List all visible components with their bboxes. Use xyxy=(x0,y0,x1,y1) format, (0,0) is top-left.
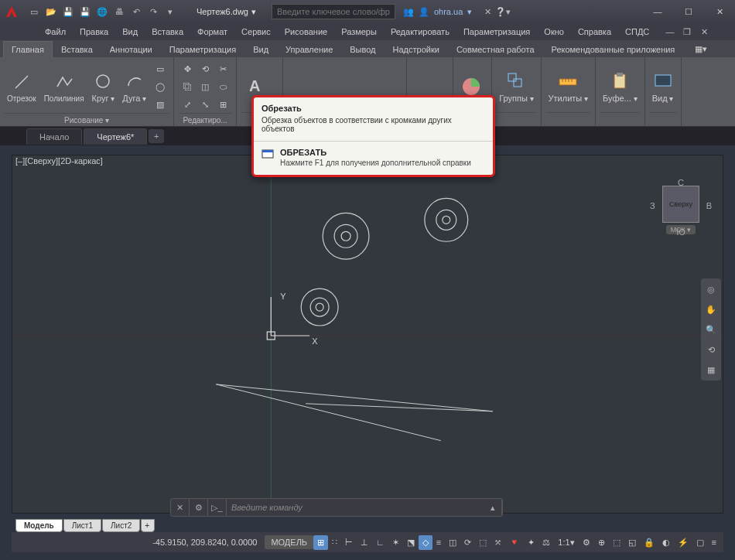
redo-icon[interactable]: ↷ xyxy=(145,4,161,19)
view-button[interactable]: Вид ▾ xyxy=(650,69,676,104)
view-cube[interactable]: С З В Сверху Ю МСК ▾ xyxy=(650,178,712,248)
status-filter-icon[interactable]: 🔻 xyxy=(505,535,524,550)
clipboard-button[interactable]: Буфе... ▾ xyxy=(600,69,639,104)
cmdline-input[interactable]: Введите команду xyxy=(227,503,484,512)
tab-view[interactable]: Вид xyxy=(244,41,277,57)
array-icon[interactable]: ⊞ xyxy=(214,96,231,113)
menu-spds[interactable]: СПДС xyxy=(619,26,655,38)
status-polar-icon[interactable]: ✶ xyxy=(388,535,403,550)
close-button[interactable]: ✕ xyxy=(704,0,735,23)
doctab-add-button[interactable]: + xyxy=(149,129,164,143)
status-3dosnap-icon[interactable]: ⬚ xyxy=(475,535,491,550)
rect-icon[interactable]: ▭ xyxy=(152,60,169,77)
nav-showmotion-icon[interactable]: ▦ xyxy=(703,362,719,377)
open-icon[interactable]: 📂 xyxy=(43,4,59,19)
status-dyn-icon[interactable]: ⊥ xyxy=(357,535,372,550)
status-hwaccel-icon[interactable]: ⚡ xyxy=(674,535,692,550)
maximize-button[interactable]: ☐ xyxy=(673,0,704,23)
menu-draw[interactable]: Рисование xyxy=(279,26,333,38)
layout-add-button[interactable]: + xyxy=(141,519,155,532)
tab-extra-icon[interactable]: ▦▾ xyxy=(686,40,716,57)
status-annomon-icon[interactable]: ⊕ xyxy=(594,535,609,550)
tab-parametric[interactable]: Параметризация xyxy=(161,41,244,57)
menu-modify[interactable]: Редактировать xyxy=(385,26,456,38)
status-ws-icon[interactable]: ⚙ xyxy=(579,535,594,550)
user-area[interactable]: 👥 👤 ohra.ua ▾ xyxy=(395,7,480,17)
nav-pan-icon[interactable]: ✋ xyxy=(703,302,719,317)
minimize-button[interactable]: — xyxy=(642,0,673,23)
trim-icon[interactable]: ✂ xyxy=(214,60,231,77)
menu-insert[interactable]: Вставка xyxy=(145,26,190,38)
ellipse-icon[interactable]: ◯ xyxy=(152,78,169,95)
coordinates[interactable]: -45.9150, 209.8240, 0.0000 xyxy=(145,538,265,547)
tab-home[interactable]: Главная xyxy=(3,41,53,57)
tab-featured[interactable]: Рекомендованные приложения xyxy=(543,41,684,57)
menu-format[interactable]: Формат xyxy=(191,26,234,38)
doc-close-button[interactable]: ✕ xyxy=(696,24,712,39)
copy-icon[interactable]: ⿻ xyxy=(179,78,196,95)
viewcube-south[interactable]: Ю xyxy=(676,227,685,237)
menu-edit[interactable]: Правка xyxy=(74,26,115,38)
menu-dims[interactable]: Размеры xyxy=(335,26,383,38)
menu-help[interactable]: Справка xyxy=(572,26,617,38)
utilities-button[interactable]: Утилиты ▾ xyxy=(546,69,590,104)
saveas-icon[interactable]: 💾 xyxy=(77,4,93,19)
menu-param[interactable]: Параметризация xyxy=(457,26,536,38)
search-input[interactable] xyxy=(272,4,395,19)
arc-button[interactable]: Дуга ▾ xyxy=(120,69,149,104)
status-grid-icon[interactable]: ⊞ xyxy=(313,535,328,550)
status-infer-icon[interactable]: ⊢ xyxy=(341,535,357,550)
menu-view[interactable]: Вид xyxy=(116,26,144,38)
groups-button[interactable]: Группы ▾ xyxy=(497,69,535,104)
mirror-icon[interactable]: ◫ xyxy=(197,78,214,95)
tab-manage[interactable]: Управление xyxy=(277,41,341,57)
tab-collab[interactable]: Совместная работа xyxy=(448,41,543,57)
viewport-label[interactable]: [–][Сверху][2D-каркас] xyxy=(15,156,103,166)
cmdline-close-icon[interactable]: ✕ xyxy=(171,499,190,516)
save-icon[interactable]: 💾 xyxy=(60,4,76,19)
status-lock-icon[interactable]: 🔒 xyxy=(640,535,658,550)
doctab-start[interactable]: Начало xyxy=(26,128,82,145)
status-clean-icon[interactable]: ▢ xyxy=(692,535,708,550)
menu-service[interactable]: Сервис xyxy=(235,26,277,38)
status-isolate-icon[interactable]: ◐ xyxy=(658,535,674,550)
menu-window[interactable]: Окно xyxy=(538,26,570,38)
command-line[interactable]: ✕ ⚙ ▷_ Введите команду ▴ xyxy=(170,498,503,517)
scale-icon[interactable]: ⤡ xyxy=(197,96,214,113)
viewcube-north[interactable]: С xyxy=(678,178,684,187)
doc-restore-button[interactable]: ❐ xyxy=(679,24,695,39)
doctab-current[interactable]: Чертеж6* xyxy=(84,128,147,145)
stretch-icon[interactable]: ⤢ xyxy=(179,96,196,113)
status-custom-icon[interactable]: ≡ xyxy=(708,535,720,549)
status-cycling-icon[interactable]: ⟳ xyxy=(460,535,475,550)
status-lwt-icon[interactable]: ≡ xyxy=(432,535,445,549)
status-transparency-icon[interactable]: ◫ xyxy=(445,535,460,550)
layout-sheet1[interactable]: Лист1 xyxy=(63,519,101,532)
move-icon[interactable]: ✥ xyxy=(179,60,196,77)
status-scale[interactable]: 1:1 ▾ xyxy=(554,535,578,550)
new-icon[interactable]: ▭ xyxy=(26,4,42,19)
panel-draw-title[interactable]: Рисование ▾ xyxy=(5,113,169,127)
nav-orbit-icon[interactable]: ⟲ xyxy=(703,342,719,357)
status-dynucs-icon[interactable]: ⤱ xyxy=(491,535,505,550)
tab-annotate[interactable]: Аннотации xyxy=(101,41,161,57)
layout-sheet2[interactable]: Лист2 xyxy=(102,519,140,532)
status-snap-icon[interactable]: ∷ xyxy=(328,535,341,550)
status-osnap-icon[interactable]: ◇ xyxy=(419,535,432,550)
panel-modify-title[interactable]: Редактиро... xyxy=(179,113,231,127)
help-dropdown-icon[interactable]: ❔▾ xyxy=(495,4,511,19)
circle-button[interactable]: Круг ▾ xyxy=(90,69,118,104)
tab-addins[interactable]: Надстройки xyxy=(385,41,448,57)
drawing-canvas[interactable]: Y X xyxy=(12,155,723,514)
undo-icon[interactable]: ↶ xyxy=(128,4,144,19)
line-button[interactable]: Отрезок xyxy=(5,70,39,104)
layout-model[interactable]: Модель xyxy=(15,519,63,532)
status-iso-icon[interactable]: ⬔ xyxy=(403,535,419,550)
rotate-icon[interactable]: ⟲ xyxy=(197,60,214,77)
status-ortho-icon[interactable]: ∟ xyxy=(372,535,388,549)
doc-dropdown-icon[interactable]: ▾ xyxy=(251,7,256,17)
viewcube-face[interactable]: Сверху xyxy=(662,186,699,223)
status-gizmo-icon[interactable]: ✦ xyxy=(524,535,538,550)
web-icon[interactable]: 🌐 xyxy=(94,4,110,19)
status-annoscale-icon[interactable]: ⚖ xyxy=(538,535,554,550)
